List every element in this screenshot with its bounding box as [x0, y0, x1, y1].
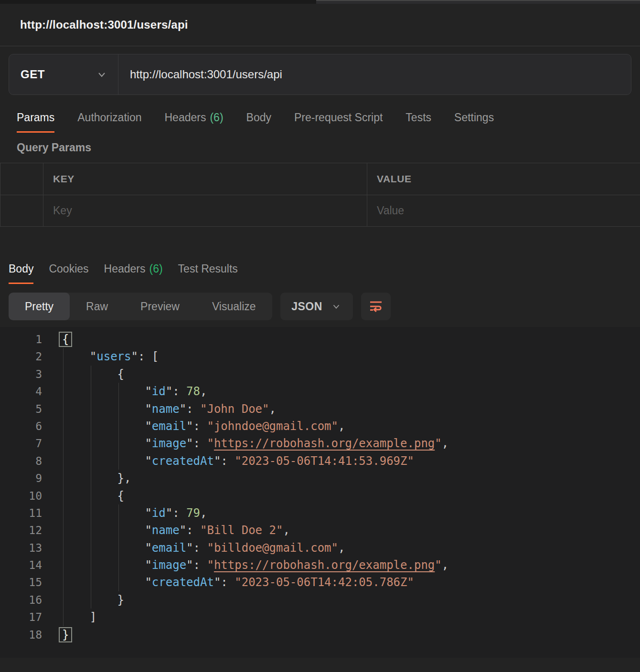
url-bar: GET http://localhost:3001/users/api [9, 54, 631, 95]
token-s: "2023-05-06T14:41:53.969Z" [235, 454, 414, 468]
code-content: } [42, 591, 124, 609]
request-tab-params[interactable]: Params [17, 108, 54, 133]
token-s: "johndoe@gmail.com" [207, 420, 338, 433]
token-p: ": [186, 437, 207, 450]
value-input[interactable] [377, 204, 627, 217]
request-tab-headers[interactable]: Headers(6) [165, 108, 224, 133]
tab-label: Body [246, 111, 271, 124]
fold-toggle[interactable]: } [60, 628, 71, 641]
token-s: " [207, 558, 213, 572]
line-number: 11 [0, 504, 42, 522]
active-tab-remnant[interactable] [0, 0, 316, 4]
header-checkbox-cell [0, 163, 43, 195]
url-link[interactable]: https://robohash.org/example.png [214, 437, 435, 450]
token-p: ": [166, 506, 186, 520]
tab-label: Headers [104, 262, 146, 275]
token-s: " [435, 437, 441, 450]
line-number: 10 [0, 487, 42, 504]
url-input[interactable]: http://localhost:3001/users/api [118, 54, 631, 94]
wrap-text-icon [367, 298, 384, 315]
request-title: http://localhost:3001/users/api [20, 18, 188, 32]
format-select[interactable]: JSON [280, 293, 353, 320]
line-number: 15 [0, 574, 42, 591]
chevron-down-icon [96, 69, 107, 80]
query-params-table: KEY VALUE [0, 163, 640, 227]
method-select[interactable]: GET [9, 54, 118, 94]
row-checkbox-cell[interactable] [0, 195, 43, 226]
line-number: 3 [0, 366, 42, 383]
line-number: 12 [0, 522, 42, 539]
response-tab-test-results[interactable]: Test Results [178, 259, 238, 284]
indent-guide [91, 366, 91, 609]
table-row [0, 195, 640, 226]
request-tab-tests[interactable]: Tests [405, 108, 431, 133]
token-p: , [200, 385, 207, 398]
token-p: } [117, 593, 124, 607]
line-number: 17 [0, 609, 42, 626]
token-s: "John Doe" [200, 402, 269, 416]
request-tab-authorization[interactable]: Authorization [77, 108, 141, 133]
code-line: 6 "email": "johndoe@gmail.com", [0, 418, 640, 435]
token-p: { [117, 368, 124, 381]
request-tab-pre-request-script[interactable]: Pre-request Script [294, 108, 383, 133]
token-p: " [145, 420, 151, 433]
code-content: "image": "https://robohash.org/example.p… [42, 556, 448, 574]
token-k: id [152, 506, 166, 520]
token-k: users [96, 350, 131, 363]
method-label: GET [21, 68, 45, 81]
query-params-label: Query Params [17, 141, 640, 155]
token-p: , [442, 558, 448, 572]
response-body-editor[interactable]: 1{2 "users": [3 {4 "id": 78,5 "name": "J… [0, 327, 640, 658]
response-tab-cookies[interactable]: Cookies [49, 259, 88, 284]
code-line: 13 "email": "billdoe@gmail.com", [0, 539, 640, 556]
indent-guide [63, 348, 64, 626]
indent-guide [118, 504, 119, 591]
key-input[interactable] [53, 204, 351, 217]
tab-label: Params [17, 111, 54, 124]
tab-label: Pre-request Script [294, 111, 383, 124]
token-k: createdAt [152, 454, 214, 468]
token-s: "Bill Doe 2" [200, 524, 283, 537]
view-mode-pretty[interactable]: Pretty [9, 293, 70, 320]
token-k: email [152, 420, 186, 433]
tab-label: Headers [165, 111, 206, 124]
tab-count-badge: (6) [149, 262, 162, 275]
code-line: 5 "name": "John Doe", [0, 400, 640, 418]
token-k: image [152, 437, 186, 450]
code-content: "id": 79, [42, 504, 207, 522]
code-line: 12 "name": "Bill Doe 2", [0, 522, 640, 539]
value-column-header: VALUE [377, 173, 412, 185]
tab-label: Tests [405, 111, 431, 124]
url-link[interactable]: https://robohash.org/example.png [214, 558, 435, 572]
wrap-text-button[interactable] [361, 293, 391, 320]
fold-toggle[interactable]: { [60, 333, 71, 346]
token-s: " [435, 558, 441, 572]
code-content: "createdAt": "2023-05-06T14:41:53.969Z" [42, 452, 414, 470]
token-p: ": [180, 524, 200, 537]
request-tab-settings[interactable]: Settings [454, 108, 494, 133]
view-mode-visualize[interactable]: Visualize [196, 293, 272, 320]
line-number: 5 [0, 400, 42, 418]
response-tab-body[interactable]: Body [9, 259, 33, 284]
view-mode-preview[interactable]: Preview [124, 293, 196, 320]
token-p: , [283, 524, 289, 537]
code-content: "name": "John Doe", [42, 400, 276, 418]
view-mode-raw[interactable]: Raw [70, 293, 124, 320]
line-number: 1 [0, 331, 42, 348]
code-content: "name": "Bill Doe 2", [42, 522, 290, 539]
token-p: ] [90, 610, 96, 624]
tab-label: Settings [454, 111, 494, 124]
tab-label: Authorization [77, 111, 141, 124]
token-s: "2023-05-06T14:42:05.786Z" [235, 576, 414, 589]
request-tab-body[interactable]: Body [246, 108, 271, 133]
token-n: 79 [186, 506, 200, 520]
line-number: 9 [0, 470, 42, 487]
token-k: name [152, 524, 180, 537]
line-number: 4 [0, 383, 42, 400]
token-s: " [207, 437, 213, 450]
token-p: ": [180, 402, 200, 416]
code-content: } [42, 626, 71, 643]
code-content: { [42, 331, 71, 348]
code-line: 17 ] [0, 609, 640, 626]
response-tab-headers[interactable]: Headers(6) [104, 259, 163, 284]
